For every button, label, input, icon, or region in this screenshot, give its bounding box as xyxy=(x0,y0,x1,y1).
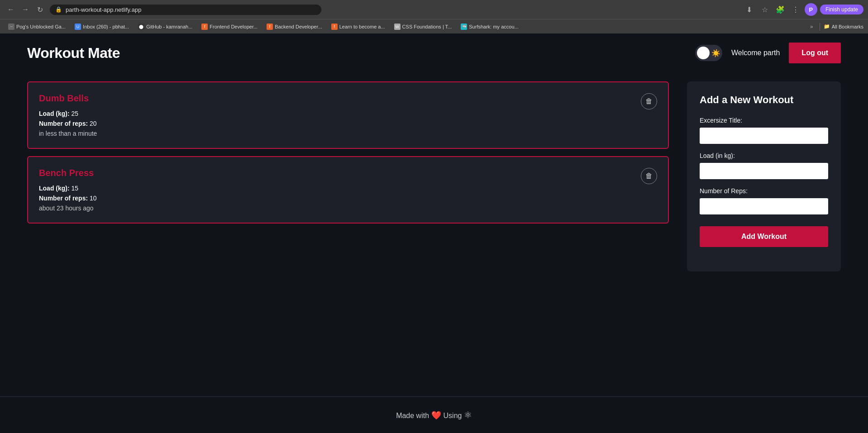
logout-button[interactable]: Log out xyxy=(789,43,841,63)
add-workout-button[interactable]: Add Workout xyxy=(700,226,828,247)
bookmark-inbox-icon: U xyxy=(75,24,81,30)
trash-icon: 🗑 xyxy=(645,172,653,180)
main-content: Dumb Bells Load (kg): 25 Number of reps:… xyxy=(0,72,868,396)
load-label: Load (kg): xyxy=(39,110,70,117)
bookmarks-divider xyxy=(820,23,820,31)
header-right: ☀️ Welcome parth Log out xyxy=(695,43,841,63)
workout-card: Dumb Bells Load (kg): 25 Number of reps:… xyxy=(27,81,669,149)
download-icon[interactable]: ⬇ xyxy=(743,3,756,16)
workout-reps: Number of reps: 10 xyxy=(39,195,641,202)
bookmark-css[interactable]: W CSS Foundations | T... xyxy=(391,23,456,31)
exercise-title-group: Excersize Title: xyxy=(700,117,828,144)
back-button[interactable]: ← xyxy=(5,3,17,16)
delete-workout-button[interactable]: 🗑 xyxy=(641,168,657,184)
load-value: 25 xyxy=(72,110,79,117)
heart-icon: ❤️ xyxy=(431,411,444,420)
app-title: Workout Mate xyxy=(27,45,120,62)
app-header: Workout Mate ☀️ Welcome parth Log out xyxy=(0,33,868,72)
bookmark-star-icon[interactable]: ☆ xyxy=(758,3,771,16)
browser-menu-icon[interactable]: ⋮ xyxy=(789,3,802,16)
bookmark-surfshark-icon: 🦈 xyxy=(461,24,467,30)
panel-title: Add a New Workout xyxy=(700,94,828,106)
react-icon: ⚛ xyxy=(464,409,472,420)
app-footer: Made with ❤️ Using ⚛ xyxy=(0,396,868,433)
extensions-icon[interactable]: 🧩 xyxy=(774,3,787,16)
reps-label: Number of Reps: xyxy=(700,187,828,195)
browser-chrome: ← → ↻ 🔒 parth-workout-app.netlify.app ⬇ … xyxy=(0,0,868,33)
all-bookmarks-button[interactable]: 📁 All Bookmarks xyxy=(824,24,863,29)
reps-label: Number of reps: xyxy=(39,120,88,127)
workout-title: Dumb Bells xyxy=(39,93,641,104)
workout-card: Bench Press Load (kg): 15 Number of reps… xyxy=(27,156,669,224)
reps-label: Number of reps: xyxy=(39,195,88,202)
bookmark-pogs[interactable]: 🎮 Pog's Unblocked Ga... xyxy=(5,23,69,31)
bookmark-pogs-icon: 🎮 xyxy=(8,24,14,30)
welcome-text: Welcome parth xyxy=(731,49,780,57)
footer-using: Using xyxy=(444,412,462,419)
security-icon: 🔒 xyxy=(55,6,62,13)
bookmark-github[interactable]: ⬤ GitHub - kamranah... xyxy=(134,23,196,31)
workout-title: Bench Press xyxy=(39,168,641,178)
forward-button[interactable]: → xyxy=(19,3,32,16)
load-group: Load (in kg): xyxy=(700,152,828,179)
bookmark-frontend[interactable]: f Frontend Developer... xyxy=(198,23,261,31)
theme-toggle[interactable]: ☀️ xyxy=(695,45,722,61)
reps-value: 20 xyxy=(90,120,97,127)
load-value: 15 xyxy=(72,185,79,192)
workout-load: Load (kg): 25 xyxy=(39,110,641,117)
workout-load: Load (kg): 15 xyxy=(39,185,641,192)
load-input[interactable] xyxy=(700,163,828,179)
bookmark-learn-icon: f xyxy=(331,24,338,30)
bookmark-github-icon: ⬤ xyxy=(138,24,144,30)
finish-update-button[interactable]: Finish update xyxy=(820,5,863,14)
toggle-circle xyxy=(697,47,710,59)
bookmarks-bar: 🎮 Pog's Unblocked Ga... U Inbox (260) - … xyxy=(0,19,868,33)
bookmark-frontend-icon: f xyxy=(201,24,208,30)
bookmarks-more-button[interactable]: » xyxy=(807,23,816,31)
trash-icon: 🗑 xyxy=(645,97,653,105)
app-content: Workout Mate ☀️ Welcome parth Log out Du… xyxy=(0,33,868,433)
bookmark-surfshark[interactable]: 🦈 Surfshark: my accou... xyxy=(457,23,522,31)
exercise-title-input[interactable] xyxy=(700,128,828,144)
footer-made-with: Made with xyxy=(396,412,429,419)
reps-group: Number of Reps: xyxy=(700,187,828,214)
workout-list: Dumb Bells Load (kg): 25 Number of reps:… xyxy=(27,81,669,378)
reps-value: 10 xyxy=(90,195,97,202)
bookmark-backend-icon: f xyxy=(267,24,273,30)
nav-buttons: ← → ↻ xyxy=(5,3,46,16)
bookmark-inbox[interactable]: U Inbox (260) - pbhat... xyxy=(71,23,133,31)
bookmark-learn[interactable]: f Learn to become a... xyxy=(328,23,389,31)
delete-workout-button[interactable]: 🗑 xyxy=(641,93,657,109)
url-display: parth-workout-app.netlify.app xyxy=(66,6,141,13)
reload-button[interactable]: ↻ xyxy=(33,3,46,16)
exercise-title-label: Excersize Title: xyxy=(700,117,828,124)
add-workout-panel: Add a New Workout Excersize Title: Load … xyxy=(687,81,841,271)
workout-time: in less than a minute xyxy=(39,130,641,137)
sun-icon: ☀️ xyxy=(711,49,720,57)
bookmark-css-icon: W xyxy=(394,24,401,30)
folder-icon: 📁 xyxy=(824,24,830,29)
workout-reps: Number of reps: 20 xyxy=(39,120,641,127)
address-bar[interactable]: 🔒 parth-workout-app.netlify.app xyxy=(50,5,321,15)
bookmark-backend[interactable]: f Backend Developer... xyxy=(263,23,326,31)
toolbar-right: ⬇ ☆ 🧩 ⋮ P Finish update xyxy=(743,3,863,16)
browser-toolbar: ← → ↻ 🔒 parth-workout-app.netlify.app ⬇ … xyxy=(0,0,868,19)
reps-input[interactable] xyxy=(700,198,828,214)
workout-time: about 23 hours ago xyxy=(39,205,641,212)
profile-avatar[interactable]: P xyxy=(805,3,817,16)
load-label: Load (kg): xyxy=(39,185,70,192)
load-label: Load (in kg): xyxy=(700,152,828,159)
